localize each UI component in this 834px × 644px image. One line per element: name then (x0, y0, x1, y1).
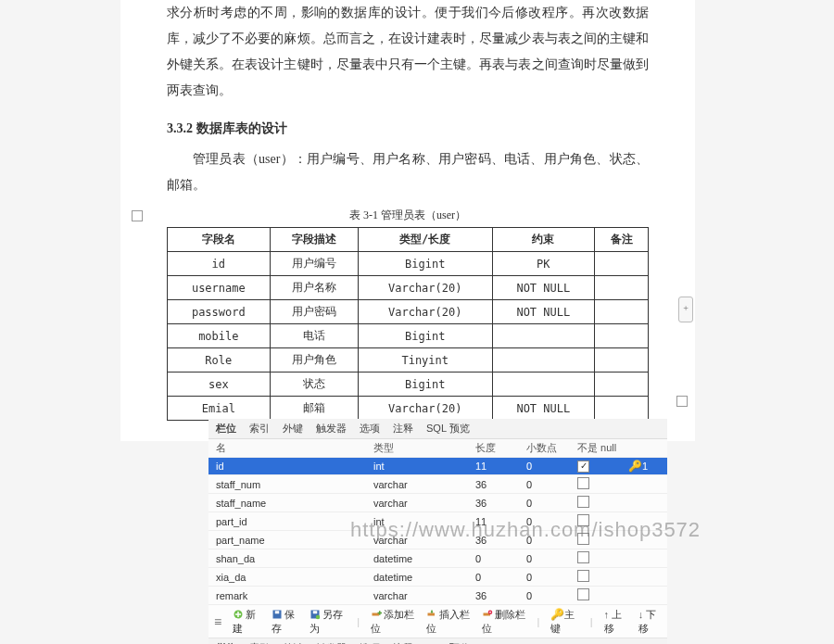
toolbar-tabs: 栏位 索引 外键 触发器 选项 注释 SQL 预览 (208, 638, 667, 644)
insert-field-button[interactable]: 插入栏位 (426, 608, 471, 636)
insert-field-icon (426, 609, 437, 620)
pk-index: 1 (642, 461, 648, 472)
db-cell-type: varchar (370, 589, 472, 602)
arrow-up-icon: ↑ (604, 609, 613, 620)
table-row: password用户密码Varchar(20)NOT NULL (168, 300, 649, 324)
table-cell (595, 324, 649, 348)
db-cell-notnull[interactable]: ✓ (574, 459, 625, 474)
table-row: sex状态Bigint (168, 373, 649, 397)
key-icon: 🔑 (628, 460, 642, 473)
notnull-checkbox[interactable] (577, 533, 589, 545)
tab-comment[interactable]: 注释 (393, 422, 413, 436)
table-cell (595, 252, 649, 276)
add-field-button[interactable]: 添加栏位 (371, 608, 415, 636)
new-icon (233, 609, 244, 620)
save-button[interactable]: 保存 (272, 608, 299, 636)
notnull-checkbox[interactable] (577, 551, 589, 563)
table-cell (595, 276, 649, 300)
db-cell-dec: 0 (523, 571, 574, 584)
db-cell-name: id (212, 460, 370, 473)
tab-columns[interactable]: 栏位 (216, 422, 236, 436)
db-cell-len: 36 (472, 478, 523, 491)
db-cell-type: varchar (370, 478, 472, 491)
th-remark: 备注 (595, 228, 649, 252)
table-cell (595, 397, 649, 421)
table-cell: Bigint (358, 373, 492, 397)
db-cell-pk (625, 558, 662, 560)
db-cell-type: varchar (370, 534, 472, 547)
add-column-button[interactable]: + (678, 297, 693, 322)
db-cell-pk (625, 576, 662, 578)
tab-index[interactable]: 索引 (249, 422, 270, 436)
db-toolbar: ≡ 新建 保存 另存为 | 添加栏位 插入栏位 删除栏位 | 🔑主键 (208, 606, 667, 644)
svg-rect-4 (313, 611, 318, 613)
table-row: id用户编号BigintPK (168, 252, 649, 276)
notnull-checkbox[interactable]: ✓ (577, 461, 589, 473)
db-cell-dec: 0 (523, 460, 574, 473)
table-cell: Varchar(20) (358, 397, 492, 421)
tab-sqlpreview[interactable]: SQL 预览 (426, 422, 470, 436)
db-cell-len: 0 (472, 552, 523, 565)
notnull-checkbox[interactable] (577, 588, 589, 600)
table-cell: 状态 (270, 373, 358, 397)
tab-options[interactable]: 选项 (360, 422, 380, 436)
table-cell: 邮箱 (270, 397, 358, 421)
db-cell-name: part_id (212, 515, 370, 528)
th-desc: 字段描述 (270, 228, 358, 252)
notnull-checkbox[interactable] (577, 496, 589, 508)
table-row: username用户名称Varchar(20)NOT NULL (168, 276, 649, 300)
th-type: 类型/长度 (358, 228, 492, 252)
table-row: Role用户角色Tinyint (168, 348, 649, 373)
notnull-checkbox[interactable] (577, 477, 589, 489)
tab-trigger[interactable]: 触发器 (316, 422, 347, 436)
save-icon (272, 609, 283, 620)
db-cell-notnull[interactable] (574, 587, 625, 603)
db-cell-pk (625, 484, 662, 486)
hdr-len: 长度 (472, 440, 523, 456)
db-designer-panel: 栏位 索引 外键 触发器 选项 注释 SQL 预览 名 类型 长度 小数点 不是… (208, 419, 667, 624)
hdr-type: 类型 (370, 440, 472, 456)
db-row[interactable]: staff_namevarchar360 (208, 494, 667, 512)
db-cell-pk (625, 502, 662, 504)
table-cell: username (168, 276, 271, 300)
menu-icon[interactable]: ≡ (214, 614, 221, 629)
new-button[interactable]: 新建 (233, 608, 260, 636)
primary-key-button[interactable]: 🔑主键 (550, 608, 578, 636)
db-cell-notnull[interactable] (574, 550, 625, 566)
db-cell-notnull[interactable] (574, 532, 625, 548)
db-cell-notnull[interactable] (574, 513, 625, 529)
db-cell-notnull[interactable] (574, 476, 625, 492)
table-cell (492, 324, 595, 348)
tab-foreignkey[interactable]: 外键 (283, 422, 303, 436)
table-cell: PK (492, 252, 595, 276)
db-cell-pk (625, 595, 662, 597)
table-cell: 电话 (270, 324, 358, 348)
table-handle-tl[interactable] (132, 210, 143, 221)
hdr-name: 名 (212, 440, 370, 456)
db-row[interactable]: remarkvarchar360 (208, 587, 667, 605)
move-down-button[interactable]: ↓ 下移 (638, 608, 662, 636)
table-handle-br[interactable] (676, 396, 688, 407)
db-row[interactable]: idint110✓🔑1 (208, 458, 667, 475)
db-cell-len: 0 (472, 571, 523, 584)
db-row[interactable]: staff_numvarchar360 (208, 475, 667, 494)
table-cell: password (168, 300, 271, 324)
delete-field-button[interactable]: 删除栏位 (482, 608, 526, 636)
db-cell-len: 11 (472, 460, 523, 473)
db-cell-notnull[interactable] (574, 495, 625, 511)
svg-rect-7 (427, 613, 435, 616)
save-as-button[interactable]: 另存为 (310, 608, 346, 636)
notnull-checkbox[interactable] (577, 514, 589, 526)
table-cell: Role (168, 348, 271, 373)
db-row[interactable]: shan_dadatetime00 (208, 549, 667, 568)
db-row[interactable]: part_namevarchar360 (208, 531, 667, 549)
table-cell: 用户编号 (270, 252, 358, 276)
delete-field-icon (482, 609, 493, 620)
db-row[interactable]: part_idint110 (208, 512, 667, 531)
db-row[interactable]: xia_dadatetime00 (208, 568, 667, 587)
notnull-checkbox[interactable] (577, 570, 589, 582)
th-constraint: 约束 (492, 228, 595, 252)
db-cell-len: 11 (472, 515, 523, 528)
move-up-button[interactable]: ↑ 上移 (604, 608, 627, 636)
db-cell-notnull[interactable] (574, 569, 625, 585)
